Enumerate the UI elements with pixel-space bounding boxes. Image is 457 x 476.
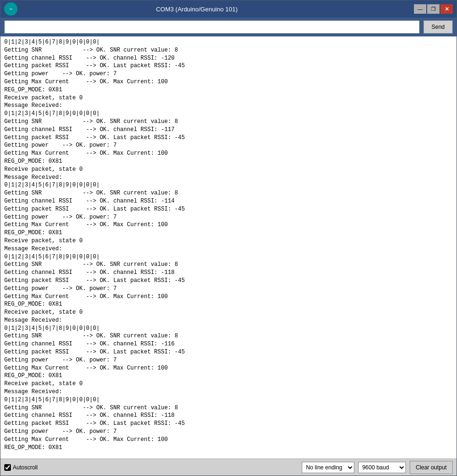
close-button[interactable]: ✕: [440, 4, 453, 14]
arduino-logo-icon: ~: [4, 2, 18, 16]
baud-rate-dropdown[interactable]: 300 baud 1200 baud 2400 baud 4800 baud 9…: [358, 462, 406, 473]
output-text: 0|1|2|3|4|5|6|7|8|9|0|0|0|0| Getting SNR…: [4, 38, 453, 451]
message-input[interactable]: [4, 20, 420, 34]
title-bar: ~ COM3 (Arduino/Genuino 101) — ❐ ✕: [0, 0, 457, 18]
output-area[interactable]: 0|1|2|3|4|5|6|7|8|9|0|0|0|0| Getting SNR…: [0, 36, 457, 458]
title-bar-left: ~: [4, 2, 18, 16]
toolbar: Send: [0, 18, 457, 36]
window-controls: — ❐ ✕: [414, 4, 453, 14]
minimize-button[interactable]: —: [414, 4, 426, 14]
autoscroll-area: Autoscroll: [4, 464, 38, 471]
autoscroll-label: Autoscroll: [13, 464, 38, 471]
line-ending-dropdown[interactable]: No line ending Newline Carriage return B…: [302, 462, 354, 473]
maximize-button[interactable]: ❐: [427, 4, 439, 14]
clear-output-button[interactable]: Clear output: [410, 461, 453, 474]
window-title: COM3 (Arduino/Genuino 101): [18, 6, 376, 13]
serial-monitor-window: ~ COM3 (Arduino/Genuino 101) — ❐ ✕ Send …: [0, 0, 457, 476]
svg-text:~: ~: [9, 7, 12, 12]
autoscroll-checkbox[interactable]: [4, 464, 11, 471]
status-bar: Autoscroll No line ending Newline Carria…: [0, 458, 457, 476]
send-button[interactable]: Send: [423, 20, 453, 34]
